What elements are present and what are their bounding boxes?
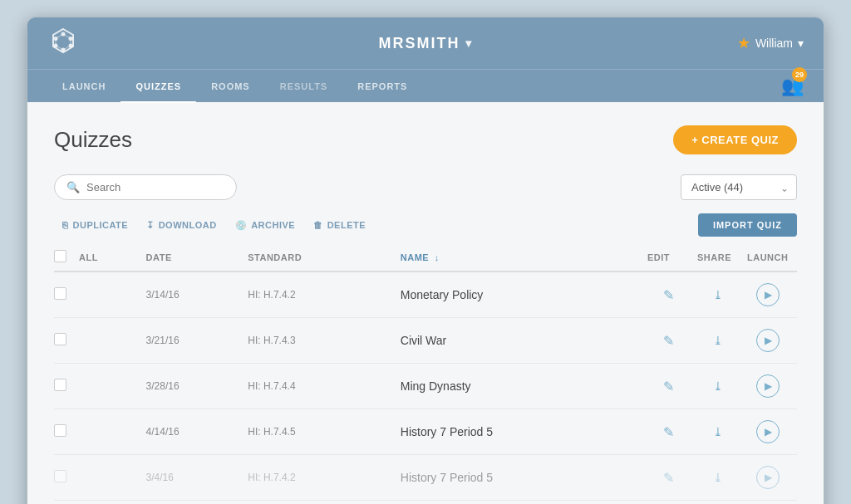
edit-icon[interactable]: ✎: [663, 471, 674, 485]
nav-badge: 29: [792, 67, 807, 82]
launch-icon[interactable]: ▶: [756, 420, 780, 443]
col-launch: LAUNCH: [747, 243, 797, 272]
share-icon[interactable]: ⤓: [713, 288, 723, 301]
share-icon[interactable]: ⤓: [713, 425, 723, 438]
edit-icon[interactable]: ✎: [663, 288, 674, 302]
row-share-action[interactable]: ⤓: [697, 409, 747, 455]
import-quiz-button[interactable]: IMPORT QUIZ: [698, 213, 797, 237]
row-edit-action[interactable]: ✎: [647, 272, 697, 318]
table-row: 3/28/16 HI: H.7.4.4 Ming Dynasty ✎ ⤓ ▶: [54, 364, 797, 409]
row-spacer: [79, 364, 146, 409]
search-input[interactable]: [86, 181, 224, 193]
row-standard: HI: H.7.4.2: [248, 455, 401, 501]
row-checkbox[interactable]: [54, 470, 66, 482]
user-menu[interactable]: ★ William ▾: [737, 34, 804, 52]
edit-icon[interactable]: ✎: [663, 379, 674, 394]
row-name: History 7 Period 5: [401, 409, 647, 455]
search-icon: 🔍: [66, 181, 80, 193]
delete-button[interactable]: 🗑 DELETE: [305, 216, 374, 234]
row-checkbox-cell: [54, 455, 79, 501]
quiz-table: ALL DATE STANDARD NAME ↓ EDIT SHARE LAUN…: [54, 243, 797, 501]
row-checkbox-cell: [54, 318, 79, 364]
download-icon: ↧: [146, 220, 155, 231]
row-spacer: [79, 409, 146, 455]
page-header: Quizzes + CREATE QUIZ: [54, 125, 797, 154]
col-all-label: ALL: [79, 243, 146, 272]
row-checkbox[interactable]: [54, 287, 66, 300]
share-icon[interactable]: ⤓: [713, 334, 723, 347]
row-launch-action[interactable]: ▶: [747, 455, 797, 501]
row-launch-action[interactable]: ▶: [747, 364, 797, 409]
app-title[interactable]: MRSMITH ▾: [379, 35, 473, 52]
select-all-checkbox[interactable]: [54, 250, 66, 262]
duplicate-icon: ⎘: [62, 220, 69, 230]
search-box: 🔍: [54, 174, 237, 200]
row-date: 3/14/16: [146, 272, 248, 318]
filter-wrapper: Active (44): [681, 174, 797, 200]
row-spacer: [79, 272, 146, 318]
row-launch-action[interactable]: ▶: [747, 409, 797, 455]
row-spacer: [79, 318, 146, 364]
row-date: 3/21/16: [146, 318, 248, 364]
row-share-action[interactable]: ⤓: [697, 455, 747, 501]
nav-tab-launch[interactable]: LAUNCH: [47, 70, 121, 103]
row-standard: HI: H.7.4.3: [248, 318, 401, 364]
star-icon: ★: [737, 34, 750, 52]
row-checkbox[interactable]: [54, 379, 66, 391]
col-share: SHARE: [697, 243, 747, 272]
row-checkbox-cell: [54, 364, 79, 409]
row-edit-action[interactable]: ✎: [647, 409, 697, 455]
row-edit-action[interactable]: ✎: [647, 455, 697, 501]
nav-tabs: LAUNCH QUIZZES ROOMS RESULTS REPORTS: [47, 70, 781, 103]
create-quiz-button[interactable]: + CREATE QUIZ: [673, 125, 797, 154]
edit-icon[interactable]: ✎: [663, 334, 674, 348]
row-share-action[interactable]: ⤓: [697, 272, 747, 318]
svg-line-7: [63, 34, 71, 39]
row-standard: HI: H.7.4.4: [248, 364, 401, 409]
logo-icon: [47, 26, 79, 61]
row-share-action[interactable]: ⤓: [697, 318, 747, 364]
row-standard: HI: H.7.4.5: [248, 409, 401, 455]
row-date: 4/14/16: [146, 409, 248, 455]
main-content: Quizzes + CREATE QUIZ 🔍 Active (44) ⎘ DU…: [27, 102, 824, 504]
col-select-all: [54, 243, 79, 272]
controls-row: 🔍 Active (44): [54, 174, 797, 200]
notifications-area: 29 👥: [781, 76, 804, 97]
row-checkbox[interactable]: [54, 333, 66, 345]
row-checkbox[interactable]: [54, 424, 66, 437]
trash-icon: 🗑: [313, 220, 323, 230]
row-standard: HI: H.7.4.2: [248, 272, 401, 318]
filter-select[interactable]: Active (44): [681, 174, 797, 200]
row-launch-action[interactable]: ▶: [747, 272, 797, 318]
share-icon[interactable]: ⤓: [713, 379, 723, 393]
user-chevron-icon: ▾: [798, 37, 804, 50]
nav-tab-rooms[interactable]: ROOMS: [196, 70, 265, 103]
row-edit-action[interactable]: ✎: [647, 318, 697, 364]
launch-icon[interactable]: ▶: [756, 466, 780, 489]
col-name[interactable]: NAME ↓: [401, 243, 647, 272]
launch-icon[interactable]: ▶: [756, 374, 780, 398]
row-share-action[interactable]: ⤓: [697, 364, 747, 409]
row-name: History 7 Period 5: [401, 455, 647, 501]
row-checkbox-cell: [54, 272, 79, 318]
row-edit-action[interactable]: ✎: [647, 364, 697, 409]
table-row: 3/4/16 HI: H.7.4.2 History 7 Period 5 ✎ …: [54, 455, 797, 501]
nav-tab-results[interactable]: RESULTS: [265, 70, 343, 103]
svg-line-12: [56, 34, 63, 39]
nav-tab-reports[interactable]: REPORTS: [342, 70, 422, 103]
col-date: DATE: [146, 243, 248, 272]
row-name: Civil War: [401, 318, 647, 364]
nav-tab-quizzes[interactable]: QUIZZES: [121, 70, 196, 103]
launch-icon[interactable]: ▶: [756, 329, 780, 352]
archive-button[interactable]: 💿 ARCHIVE: [227, 216, 304, 235]
row-launch-action[interactable]: ▶: [747, 318, 797, 364]
row-name: Ming Dynasty: [401, 364, 647, 409]
table-header-row: ALL DATE STANDARD NAME ↓ EDIT SHARE LAUN…: [54, 243, 797, 272]
share-icon[interactable]: ⤓: [713, 471, 723, 484]
edit-icon[interactable]: ✎: [663, 425, 674, 439]
duplicate-button[interactable]: ⎘ DUPLICATE: [54, 216, 136, 234]
download-button[interactable]: ↧ DOWNLOAD: [138, 216, 225, 235]
header: MRSMITH ▾ ★ William ▾: [27, 17, 824, 69]
launch-icon[interactable]: ▶: [756, 283, 780, 306]
sort-icon: ↓: [435, 252, 440, 262]
